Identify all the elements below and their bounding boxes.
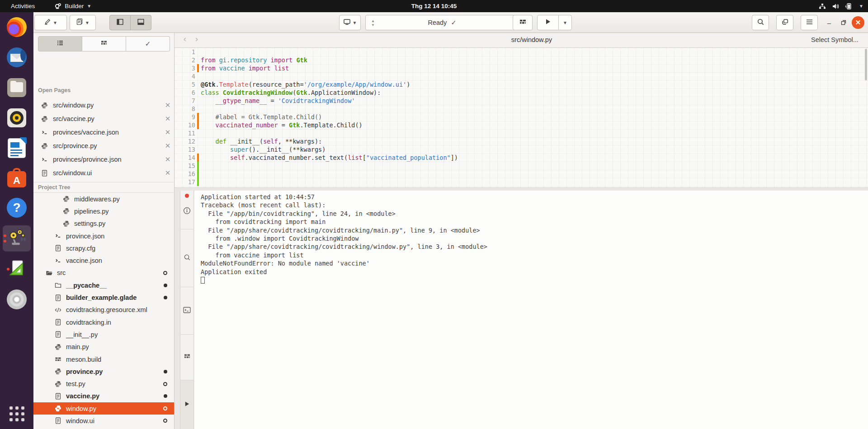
- close-button[interactable]: ✕: [852, 16, 864, 29]
- run-output-terminal[interactable]: Application started at 10:44:57Traceback…: [194, 191, 868, 429]
- change-gutter-bar: [197, 162, 199, 170]
- tree-item-src[interactable]: src: [33, 267, 175, 279]
- tab-run-output[interactable]: [180, 380, 193, 429]
- restore-button[interactable]: [837, 16, 850, 29]
- menu-button[interactable]: [801, 15, 818, 30]
- dock-item-help[interactable]: ?: [6, 197, 28, 219]
- tree-item-middlewares-py[interactable]: middlewares.py: [33, 193, 175, 205]
- code-line-16[interactable]: 16: [175, 170, 868, 178]
- close-icon[interactable]: ✕: [161, 115, 175, 123]
- build-button[interactable]: [513, 15, 533, 30]
- dock-show-applications-button[interactable]: [6, 403, 28, 424]
- code-line-15[interactable]: 15: [175, 162, 868, 170]
- open-page-item[interactable]: provinces/vaccine.json✕: [33, 126, 175, 139]
- code-line-10[interactable]: 10 vaccinated_number = Gtk.Template.Chil…: [175, 121, 868, 129]
- dock-item-files[interactable]: [6, 77, 28, 98]
- dock-item-disc[interactable]: [6, 289, 28, 310]
- tab-search[interactable]: [180, 229, 193, 287]
- tab-project-tree[interactable]: [38, 36, 82, 51]
- dock-item-rhythmbox[interactable]: [6, 107, 28, 129]
- open-page-item[interactable]: src/window.py✕: [33, 98, 175, 112]
- tab-build-pipeline[interactable]: [82, 36, 126, 51]
- code-line-1[interactable]: 1: [175, 48, 868, 56]
- shell-clock[interactable]: Thg 12 14 10:45: [0, 3, 868, 9]
- tree-item-main-py[interactable]: main.py: [33, 341, 175, 353]
- code-line-7[interactable]: 7 __gtype_name__ = 'CovidtrackingWindow': [175, 97, 868, 105]
- shell-status-area[interactable]: ▼: [819, 0, 863, 12]
- close-icon[interactable]: ✕: [161, 101, 175, 109]
- minimize-button[interactable]: –: [823, 16, 835, 29]
- tree-item--pycache-[interactable]: __pycache__: [33, 279, 175, 291]
- tree-item-province-py[interactable]: province.py: [33, 365, 175, 378]
- code-line-13[interactable]: 13 super().__init__(**kwargs): [175, 145, 868, 154]
- code-line-14[interactable]: 14 self.vaccinated_number.set_text(list[…: [175, 154, 868, 162]
- terminal-line: ModuleNotFoundError: No module named 'va…: [201, 259, 868, 267]
- code-line-6[interactable]: 6class CovidtrackingWindow(Gtk.Applicati…: [175, 89, 868, 97]
- code-line-4[interactable]: 4: [175, 72, 868, 80]
- close-icon[interactable]: ✕: [161, 142, 175, 150]
- tree-item-scrapy-cfg[interactable]: scrapy.cfg: [33, 242, 175, 254]
- nav-forward-icon[interactable]: ›: [192, 34, 202, 44]
- open-page-item[interactable]: src/window.ui✕: [33, 166, 175, 180]
- tree-item-vaccine-py[interactable]: vaccine.py: [33, 390, 175, 402]
- dock-item-firefox[interactable]: [6, 16, 28, 38]
- open-page-item[interactable]: provinces/province.json✕: [33, 153, 175, 166]
- tree-item-meson-build[interactable]: meson.build: [33, 353, 175, 365]
- play-icon: [184, 401, 190, 409]
- close-icon[interactable]: ✕: [161, 155, 175, 163]
- edit-mode-button[interactable]: ▼: [34, 15, 67, 30]
- run-button[interactable]: [537, 15, 559, 30]
- toggle-bottom-panel-button[interactable]: [130, 15, 151, 30]
- code-line-8[interactable]: 8: [175, 105, 868, 113]
- new-workspace-button[interactable]: [776, 15, 793, 30]
- open-page-item[interactable]: src/vaccine.py✕: [33, 112, 175, 126]
- dock-item-builder[interactable]: [3, 225, 31, 252]
- dock-item-glade[interactable]: [6, 258, 28, 280]
- tab-terminal[interactable]: [180, 287, 193, 335]
- tree-item-pipelines-py[interactable]: pipelines.py: [33, 205, 175, 217]
- json-icon: [41, 129, 48, 136]
- dock-item-libreoffice-impress[interactable]: [6, 137, 28, 159]
- tab-output[interactable]: [180, 191, 193, 229]
- dock-item-ubuntu-software[interactable]: A: [6, 167, 28, 189]
- code-line-11[interactable]: 11: [175, 129, 868, 137]
- tree-item-settings-py[interactable]: settings.py: [33, 218, 175, 230]
- open-page-item[interactable]: src/province.py✕: [33, 139, 175, 153]
- code-line-9[interactable]: 9 #label = Gtk.Template.Child(): [175, 113, 868, 121]
- tree-item-builder-example-glade[interactable]: builder_example.glade: [33, 291, 175, 303]
- omnibar-build-status[interactable]: ▲▼ Ready ✓: [365, 15, 519, 30]
- run-options-button[interactable]: ▼: [558, 15, 572, 30]
- tree-item-province-json[interactable]: province.json: [33, 230, 175, 242]
- tree-item-covidtracking-in[interactable]: covidtracking.in: [33, 316, 175, 328]
- change-gutter-bar: [197, 113, 199, 121]
- code-line-2[interactable]: 2from gi.repository import Gtk: [175, 56, 868, 64]
- search-button[interactable]: [752, 15, 769, 30]
- code-line-3[interactable]: 3from vaccine import list: [175, 64, 868, 72]
- code-editor[interactable]: 12from gi.repository import Gtk3from vac…: [175, 48, 868, 187]
- select-symbol-button[interactable]: Select Symbol...: [811, 36, 859, 43]
- documents-menu-button[interactable]: ▼: [70, 15, 96, 30]
- tree-item-vaccine-json[interactable]: vaccine.json: [33, 254, 175, 266]
- tab-todo[interactable]: ✓: [126, 36, 170, 51]
- tree-item-windowtest-py[interactable]: windowtest.py: [33, 427, 175, 429]
- code-line-17[interactable]: 17: [175, 178, 868, 186]
- device-selector-button[interactable]: ▼: [339, 15, 361, 30]
- code-line-5[interactable]: 5@Gtk.Template(resource_path='/org/examp…: [175, 80, 868, 89]
- panel-splitter[interactable]: [175, 187, 868, 191]
- panel-bottom-icon: [137, 18, 145, 28]
- nav-back-icon[interactable]: ‹: [180, 34, 190, 44]
- editor-scrollbar[interactable]: [865, 49, 867, 80]
- tree-item-label: pipelines.py: [74, 208, 109, 215]
- tree-item-test-py[interactable]: test.py: [33, 378, 175, 390]
- close-icon[interactable]: ✕: [161, 128, 175, 136]
- tree-item-window-py[interactable]: window.py: [33, 402, 175, 415]
- dock-item-thunderbird[interactable]: [6, 47, 28, 68]
- tree-item--init-py[interactable]: __init__.py: [33, 328, 175, 340]
- tab-build-log[interactable]: [180, 335, 193, 380]
- close-icon[interactable]: ✕: [161, 169, 175, 177]
- tree-item-window-ui[interactable]: window.ui: [33, 415, 175, 427]
- toggle-left-panel-button[interactable]: [109, 15, 131, 30]
- code-line-12[interactable]: 12 def __init__(self, **kwargs):: [175, 137, 868, 145]
- change-gutter-bar: [197, 178, 199, 186]
- tree-item-covidtracking-gresource-xml[interactable]: covidtracking.gresource.xml: [33, 304, 175, 316]
